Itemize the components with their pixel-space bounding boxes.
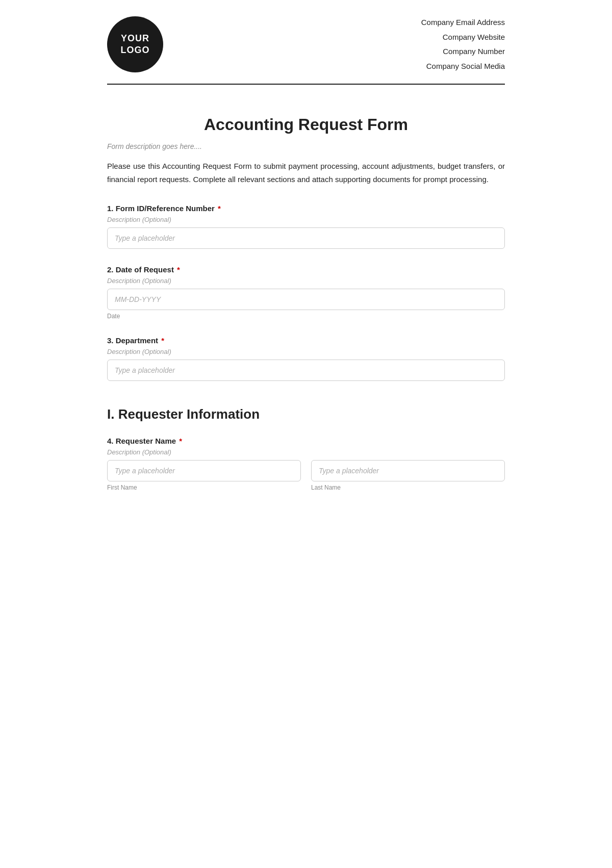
form-title: Accounting Request Form — [107, 115, 505, 134]
field-input-firstname[interactable] — [107, 460, 301, 481]
field-label-1: 1. Form ID/Reference Number * — [107, 204, 505, 213]
field-label-3: 3. Department * — [107, 336, 505, 345]
form-description: Form description goes here.... — [107, 142, 505, 150]
field-group-3: 3. Department * Description (Optional) — [107, 336, 505, 381]
logo-line2: LOGO — [121, 44, 150, 56]
required-marker-4: * — [177, 437, 182, 445]
field-input-2[interactable] — [107, 289, 505, 310]
field-input-lastname[interactable] — [311, 460, 505, 481]
company-email-label: Company Email Address — [421, 15, 505, 30]
field-input-1[interactable] — [107, 227, 505, 249]
page-header: YOUR LOGO Company Email Address Company … — [76, 0, 536, 84]
field-input-3[interactable] — [107, 360, 505, 381]
field-description-1: Description (Optional) — [107, 216, 505, 223]
field-sublabel-firstname: First Name — [107, 484, 301, 491]
field-sublabel-2: Date — [107, 313, 505, 320]
company-logo: YOUR LOGO — [107, 16, 163, 72]
field-sublabel-lastname: Last Name — [311, 484, 505, 491]
main-content: Accounting Request Form Form description… — [76, 85, 536, 538]
form-intro-text: Please use this Accounting Request Form … — [107, 160, 505, 186]
field-description-4: Description (Optional) — [107, 448, 505, 456]
field-group-2: 2. Date of Request * Description (Option… — [107, 265, 505, 320]
field-label-2: 2. Date of Request * — [107, 265, 505, 274]
required-marker-2: * — [175, 265, 180, 274]
company-number-label: Company Number — [421, 44, 505, 59]
field-col-lastname: Last Name — [311, 460, 505, 491]
field-group-4: 4. Requester Name * Description (Optiona… — [107, 437, 505, 491]
company-info-block: Company Email Address Company Website Co… — [421, 15, 505, 73]
two-col-fields-4: First Name Last Name — [107, 460, 505, 491]
field-col-firstname: First Name — [107, 460, 301, 491]
field-description-3: Description (Optional) — [107, 348, 505, 355]
required-marker-3: * — [159, 336, 164, 345]
field-description-2: Description (Optional) — [107, 277, 505, 285]
section-heading-I: I. Requester Information — [107, 406, 505, 422]
logo-line1: YOUR — [121, 33, 149, 44]
required-marker-1: * — [216, 204, 221, 213]
company-website-label: Company Website — [421, 30, 505, 45]
company-social-label: Company Social Media — [421, 59, 505, 74]
field-label-4: 4. Requester Name * — [107, 437, 505, 445]
field-group-1: 1. Form ID/Reference Number * Descriptio… — [107, 204, 505, 249]
